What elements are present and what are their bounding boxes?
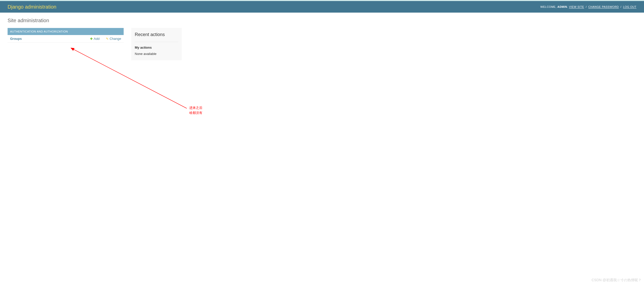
model-row-groups: Groups ✚ Add ✎ Change <box>8 35 124 43</box>
sep-slash-2: / <box>621 5 622 8</box>
plus-icon: ✚ <box>90 37 93 41</box>
my-actions-title: My actions <box>135 42 178 49</box>
none-available: None available <box>135 52 178 56</box>
add-label: Add <box>94 37 99 41</box>
page-title: Site administration <box>8 18 636 23</box>
sep-dot: . <box>567 5 568 8</box>
header: Django administration WELCOME, ADMIN. VI… <box>0 1 644 13</box>
change-password-link[interactable]: CHANGE PASSWORD <box>588 5 619 8</box>
model-link-groups[interactable]: Groups <box>10 37 84 41</box>
welcome-text: WELCOME, <box>540 5 556 8</box>
change-link-groups[interactable]: ✎ Change <box>106 37 121 41</box>
username: ADMIN <box>557 5 567 8</box>
app-caption-auth[interactable]: AUTHENTICATION AND AUTHORIZATION <box>8 28 124 35</box>
branding-link[interactable]: Django administration <box>8 4 56 10</box>
main-column: AUTHENTICATION AND AUTHORIZATION Groups … <box>8 28 124 43</box>
content: Site administration AUTHENTICATION AND A… <box>0 13 644 65</box>
add-link-groups[interactable]: ✚ Add <box>90 37 99 41</box>
columns: AUTHENTICATION AND AUTHORIZATION Groups … <box>8 28 636 60</box>
pencil-icon: ✎ <box>106 37 109 41</box>
user-tools: WELCOME, ADMIN. VIEW SITE / CHANGE PASSW… <box>540 5 636 8</box>
recent-actions-module: Recent actions My actions None available <box>131 28 182 60</box>
recent-actions-title: Recent actions <box>135 32 178 37</box>
sep-slash-1: / <box>586 5 587 8</box>
logout-link[interactable]: LOG OUT <box>623 5 636 8</box>
view-site-link[interactable]: VIEW SITE <box>569 5 584 8</box>
app-module-auth: AUTHENTICATION AND AUTHORIZATION Groups … <box>8 28 124 43</box>
sidebar: Recent actions My actions None available <box>131 28 182 60</box>
change-label: Change <box>110 37 121 41</box>
